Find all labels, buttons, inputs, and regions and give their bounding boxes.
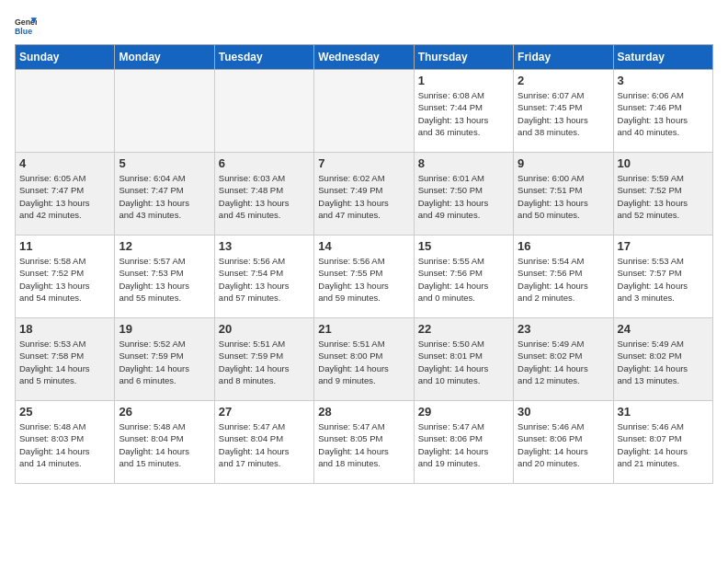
cell-info: Sunrise: 5:49 AMSunset: 8:02 PMDaylight:… <box>518 338 609 386</box>
calendar-week-3: 11Sunrise: 5:58 AMSunset: 7:52 PMDayligh… <box>16 236 713 318</box>
calendar-cell: 29Sunrise: 5:47 AMSunset: 8:06 PMDayligh… <box>414 401 513 484</box>
day-header-thursday: Thursday <box>414 45 513 70</box>
cell-date: 24 <box>618 322 709 336</box>
cell-date: 10 <box>618 156 709 170</box>
cell-info: Sunrise: 5:56 AMSunset: 7:54 PMDaylight:… <box>219 255 310 304</box>
cell-info: Sunrise: 5:46 AMSunset: 8:06 PMDaylight:… <box>518 420 609 469</box>
cell-date: 15 <box>418 239 509 253</box>
calendar-cell: 2Sunrise: 6:07 AMSunset: 7:45 PMDaylight… <box>514 70 613 153</box>
cell-info: Sunrise: 5:49 AMSunset: 8:02 PMDaylight:… <box>618 338 709 386</box>
calendar-cell: 18Sunrise: 5:53 AMSunset: 7:58 PMDayligh… <box>16 318 115 401</box>
calendar-cell: 20Sunrise: 5:51 AMSunset: 7:59 PMDayligh… <box>214 318 313 401</box>
cell-info: Sunrise: 6:05 AMSunset: 7:47 PMDaylight:… <box>19 172 110 221</box>
cell-info: Sunrise: 5:56 AMSunset: 7:55 PMDaylight:… <box>318 255 409 304</box>
cell-date: 2 <box>518 74 609 87</box>
cell-date: 12 <box>119 239 210 253</box>
calendar-week-5: 25Sunrise: 5:48 AMSunset: 8:03 PMDayligh… <box>16 401 713 484</box>
cell-date: 30 <box>518 405 609 419</box>
cell-date: 9 <box>518 156 609 170</box>
cell-info: Sunrise: 5:52 AMSunset: 7:59 PMDaylight:… <box>119 338 210 386</box>
calendar-cell: 17Sunrise: 5:53 AMSunset: 7:57 PMDayligh… <box>613 236 712 318</box>
cell-date: 26 <box>119 405 210 419</box>
cell-date: 22 <box>418 322 509 336</box>
cell-date: 13 <box>219 239 310 253</box>
cell-date: 4 <box>19 156 110 170</box>
cell-info: Sunrise: 5:47 AMSunset: 8:06 PMDaylight:… <box>418 420 509 469</box>
day-header-wednesday: Wednesday <box>314 45 414 70</box>
calendar-cell: 1Sunrise: 6:08 AMSunset: 7:44 PMDaylight… <box>414 70 513 153</box>
calendar-cell: 6Sunrise: 6:03 AMSunset: 7:48 PMDaylight… <box>214 153 313 236</box>
calendar-cell: 9Sunrise: 6:00 AMSunset: 7:51 PMDaylight… <box>514 153 613 236</box>
cell-info: Sunrise: 5:51 AMSunset: 8:00 PMDaylight:… <box>318 338 409 386</box>
cell-info: Sunrise: 5:46 AMSunset: 8:07 PMDaylight:… <box>618 420 709 469</box>
day-header-tuesday: Tuesday <box>214 45 313 70</box>
calendar-table: SundayMondayTuesdayWednesdayThursdayFrid… <box>15 44 713 484</box>
calendar-cell: 16Sunrise: 5:54 AMSunset: 7:56 PMDayligh… <box>514 236 613 318</box>
cell-date: 5 <box>119 156 210 170</box>
calendar-cell: 8Sunrise: 6:01 AMSunset: 7:50 PMDaylight… <box>414 153 513 236</box>
cell-date: 27 <box>219 405 310 419</box>
calendar-cell: 24Sunrise: 5:49 AMSunset: 8:02 PMDayligh… <box>613 318 712 401</box>
cell-info: Sunrise: 6:00 AMSunset: 7:51 PMDaylight:… <box>518 172 609 221</box>
cell-date: 28 <box>318 405 409 419</box>
cell-info: Sunrise: 5:47 AMSunset: 8:05 PMDaylight:… <box>318 420 409 469</box>
cell-info: Sunrise: 5:48 AMSunset: 8:03 PMDaylight:… <box>19 420 110 469</box>
cell-info: Sunrise: 6:01 AMSunset: 7:50 PMDaylight:… <box>418 172 509 221</box>
calendar-cell: 14Sunrise: 5:56 AMSunset: 7:55 PMDayligh… <box>314 236 414 318</box>
calendar-cell: 19Sunrise: 5:52 AMSunset: 7:59 PMDayligh… <box>115 318 214 401</box>
cell-date: 18 <box>19 322 110 336</box>
cell-info: Sunrise: 6:04 AMSunset: 7:47 PMDaylight:… <box>119 172 210 221</box>
cell-info: Sunrise: 5:58 AMSunset: 7:52 PMDaylight:… <box>19 255 110 304</box>
calendar-week-2: 4Sunrise: 6:05 AMSunset: 7:47 PMDaylight… <box>16 153 713 236</box>
cell-info: Sunrise: 5:55 AMSunset: 7:56 PMDaylight:… <box>418 255 509 304</box>
calendar-cell <box>314 70 414 153</box>
cell-info: Sunrise: 5:57 AMSunset: 7:53 PMDaylight:… <box>119 255 210 304</box>
calendar-cell <box>115 70 214 153</box>
day-header-saturday: Saturday <box>613 45 712 70</box>
calendar-cell: 4Sunrise: 6:05 AMSunset: 7:47 PMDaylight… <box>16 153 115 236</box>
cell-info: Sunrise: 5:59 AMSunset: 7:52 PMDaylight:… <box>618 172 709 221</box>
day-header-sunday: Sunday <box>16 45 115 70</box>
cell-info: Sunrise: 5:47 AMSunset: 8:04 PMDaylight:… <box>219 420 310 469</box>
cell-info: Sunrise: 6:06 AMSunset: 7:46 PMDaylight:… <box>618 89 709 138</box>
calendar-cell: 12Sunrise: 5:57 AMSunset: 7:53 PMDayligh… <box>115 236 214 318</box>
calendar-week-4: 18Sunrise: 5:53 AMSunset: 7:58 PMDayligh… <box>16 318 713 401</box>
cell-info: Sunrise: 5:54 AMSunset: 7:56 PMDaylight:… <box>518 255 609 304</box>
calendar-cell <box>214 70 313 153</box>
cell-date: 29 <box>418 405 509 419</box>
calendar-cell: 21Sunrise: 5:51 AMSunset: 8:00 PMDayligh… <box>314 318 414 401</box>
cell-date: 11 <box>19 239 110 253</box>
cell-date: 17 <box>618 239 709 253</box>
svg-text:Blue: Blue <box>15 27 32 36</box>
calendar-body: 1Sunrise: 6:08 AMSunset: 7:44 PMDaylight… <box>16 70 713 484</box>
page-header: General Blue <box>15 15 713 37</box>
cell-date: 31 <box>618 405 709 419</box>
cell-date: 1 <box>418 74 509 87</box>
cell-info: Sunrise: 5:50 AMSunset: 8:01 PMDaylight:… <box>418 338 509 386</box>
cell-info: Sunrise: 5:51 AMSunset: 7:59 PMDaylight:… <box>219 338 310 386</box>
calendar-week-1: 1Sunrise: 6:08 AMSunset: 7:44 PMDaylight… <box>16 70 713 153</box>
cell-date: 23 <box>518 322 609 336</box>
cell-date: 3 <box>618 74 709 87</box>
cell-info: Sunrise: 5:53 AMSunset: 7:58 PMDaylight:… <box>19 338 110 386</box>
calendar-cell: 28Sunrise: 5:47 AMSunset: 8:05 PMDayligh… <box>314 401 414 484</box>
calendar-cell <box>16 70 115 153</box>
calendar-cell: 23Sunrise: 5:49 AMSunset: 8:02 PMDayligh… <box>514 318 613 401</box>
calendar-cell: 7Sunrise: 6:02 AMSunset: 7:49 PMDaylight… <box>314 153 414 236</box>
cell-info: Sunrise: 6:02 AMSunset: 7:49 PMDaylight:… <box>318 172 409 221</box>
calendar-cell: 22Sunrise: 5:50 AMSunset: 8:01 PMDayligh… <box>414 318 513 401</box>
cell-info: Sunrise: 5:48 AMSunset: 8:04 PMDaylight:… <box>119 420 210 469</box>
calendar-header-row: SundayMondayTuesdayWednesdayThursdayFrid… <box>16 45 713 70</box>
cell-info: Sunrise: 5:53 AMSunset: 7:57 PMDaylight:… <box>618 255 709 304</box>
day-header-monday: Monday <box>115 45 214 70</box>
calendar-cell: 26Sunrise: 5:48 AMSunset: 8:04 PMDayligh… <box>115 401 214 484</box>
cell-info: Sunrise: 6:07 AMSunset: 7:45 PMDaylight:… <box>518 89 609 138</box>
cell-date: 19 <box>119 322 210 336</box>
cell-info: Sunrise: 6:08 AMSunset: 7:44 PMDaylight:… <box>418 89 509 138</box>
day-header-friday: Friday <box>514 45 613 70</box>
calendar-cell: 13Sunrise: 5:56 AMSunset: 7:54 PMDayligh… <box>214 236 313 318</box>
logo: General Blue <box>15 15 37 37</box>
logo-icon: General Blue <box>15 15 37 37</box>
calendar-cell: 31Sunrise: 5:46 AMSunset: 8:07 PMDayligh… <box>613 401 712 484</box>
calendar-cell: 25Sunrise: 5:48 AMSunset: 8:03 PMDayligh… <box>16 401 115 484</box>
